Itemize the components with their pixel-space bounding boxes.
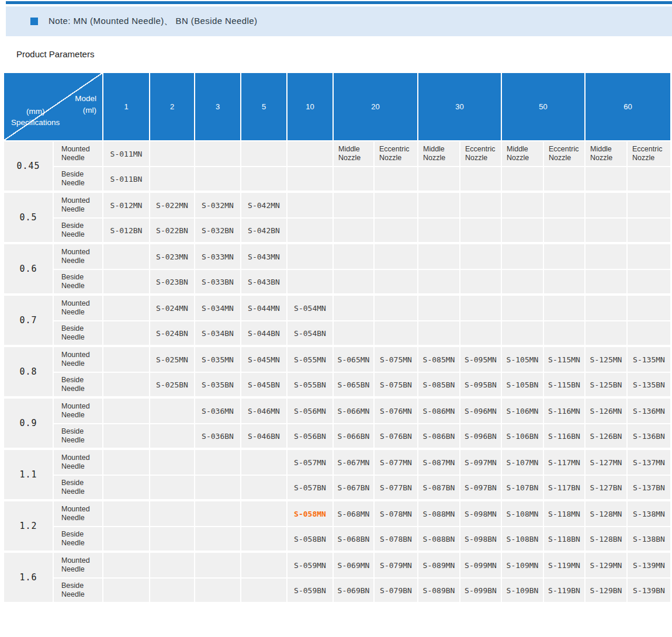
empty-cell <box>195 553 241 579</box>
empty-cell <box>195 527 241 553</box>
empty-cell <box>334 270 375 296</box>
model-code-cell: S-105MN <box>502 347 544 373</box>
empty-cell <box>628 219 670 244</box>
model-code-cell: S-034BN <box>195 321 241 347</box>
model-code-cell: S-137MN <box>628 450 670 476</box>
empty-cell <box>195 450 241 476</box>
empty-cell <box>502 167 544 193</box>
model-code-cell: S-079MN <box>375 553 418 579</box>
empty-cell <box>460 167 502 193</box>
empty-cell <box>150 450 195 476</box>
table-row: Beside NeedleS-012BNS-022BNS-032BNS-042B… <box>4 219 670 244</box>
model-code-cell: S-036MN <box>195 399 241 424</box>
model-code-cell: S-096MN <box>460 399 502 424</box>
model-code-cell: S-097BN <box>460 476 502 501</box>
spec-value-cell: 1.1 <box>4 450 54 501</box>
empty-cell <box>586 167 628 193</box>
model-code-cell: S-024MN <box>150 296 195 321</box>
model-code-cell: S-126BN <box>586 424 628 450</box>
empty-cell <box>375 219 418 244</box>
empty-cell <box>334 296 375 321</box>
empty-cell <box>103 501 150 527</box>
model-code-cell: S-069MN <box>334 553 375 579</box>
model-code-cell: S-078MN <box>375 501 418 527</box>
model-code-cell: S-105BN <box>502 373 544 399</box>
model-code-cell: S-012MN <box>103 193 150 219</box>
empty-cell <box>586 244 628 270</box>
model-axis-label: Model(ml) <box>75 93 96 116</box>
spec-value-cell: 0.6 <box>4 244 54 296</box>
empty-cell <box>287 193 334 219</box>
empty-cell <box>460 244 502 270</box>
model-code-cell: S-089BN <box>418 579 460 604</box>
model-code-cell: S-106BN <box>502 424 544 450</box>
mounted-needle-label: Mounted Needle <box>54 347 103 373</box>
empty-cell <box>150 579 195 604</box>
empty-cell <box>103 527 150 553</box>
empty-cell <box>544 270 586 296</box>
mounted-needle-label: Mounted Needle <box>54 296 103 321</box>
model-code-cell: S-107MN <box>502 450 544 476</box>
table-row: 0.45Mounted NeedleS-011MNMiddle NozzleEc… <box>4 141 670 167</box>
table-row: Beside NeedleS-024BNS-034BNS-044BNS-054B… <box>4 321 670 347</box>
volume-header-1ml: 1 <box>103 73 150 141</box>
table-row: 0.8Mounted NeedleS-025MNS-035MNS-045MNS-… <box>4 347 670 373</box>
nozzle-type-cell: Middle Nozzle <box>334 141 375 167</box>
model-code-cell: S-065MN <box>334 347 375 373</box>
spec-value-cell: 0.45 <box>4 141 54 193</box>
model-code-cell: S-023BN <box>150 270 195 296</box>
model-code-cell: S-076BN <box>375 424 418 450</box>
model-code-cell: S-097MN <box>460 450 502 476</box>
empty-cell <box>375 296 418 321</box>
model-code-cell: S-137BN <box>628 476 670 501</box>
model-code-cell: S-119MN <box>544 553 586 579</box>
empty-cell <box>150 476 195 501</box>
model-code-cell: S-095MN <box>460 347 502 373</box>
mounted-needle-label: Mounted Needle <box>54 399 103 424</box>
beside-needle-label: Beside Needle <box>54 321 103 347</box>
volume-header-2ml: 2 <box>150 73 195 141</box>
model-code-cell: S-035BN <box>195 373 241 399</box>
table-row: Beside NeedleS-058BNS-068BNS-078BNS-088B… <box>4 527 670 553</box>
model-code-cell: S-098MN <box>460 501 502 527</box>
volume-header-10ml: 10 <box>287 73 334 141</box>
empty-cell <box>375 193 418 219</box>
table-row: Beside NeedleS-036BNS-046BNS-056BNS-066B… <box>4 424 670 450</box>
specifications-axis-label: (mm)Specifications <box>11 106 60 129</box>
empty-cell <box>334 219 375 244</box>
volume-header-5ml: 5 <box>241 73 287 141</box>
spec-value-cell: 0.5 <box>4 193 54 244</box>
empty-cell <box>103 373 150 399</box>
table-row: 0.7Mounted NeedleS-024MNS-034MNS-044MNS-… <box>4 296 670 321</box>
empty-cell <box>150 553 195 579</box>
empty-cell <box>460 219 502 244</box>
volume-header-30ml: 30 <box>418 73 502 141</box>
spec-value-cell: 1.6 <box>4 553 54 604</box>
empty-cell <box>418 219 460 244</box>
empty-cell <box>544 219 586 244</box>
model-code-cell: S-088BN <box>418 527 460 553</box>
model-code-cell: S-033MN <box>195 244 241 270</box>
empty-cell <box>586 193 628 219</box>
table-row: 0.9Mounted NeedleS-036MNS-046MNS-056MNS-… <box>4 399 670 424</box>
model-code-cell: S-087BN <box>418 476 460 501</box>
model-code-cell: S-075MN <box>375 347 418 373</box>
table-row: Beside NeedleS-025BNS-035BNS-045BNS-055B… <box>4 373 670 399</box>
empty-cell <box>375 167 418 193</box>
nozzle-type-cell: Eccentric Nozzle <box>628 141 670 167</box>
mounted-needle-label: Mounted Needle <box>54 501 103 527</box>
model-code-cell: S-033BN <box>195 270 241 296</box>
model-code-cell: S-032MN <box>195 193 241 219</box>
model-code-cell: S-043BN <box>241 270 287 296</box>
beside-needle-label: Beside Needle <box>54 476 103 501</box>
beside-needle-label: Beside Needle <box>54 219 103 244</box>
model-code-cell: S-099MN <box>460 553 502 579</box>
model-code-cell: S-127MN <box>586 450 628 476</box>
beside-needle-label: Beside Needle <box>54 270 103 296</box>
empty-cell <box>103 476 150 501</box>
empty-cell <box>334 244 375 270</box>
mounted-needle-label: Mounted Needle <box>54 553 103 579</box>
table-row: 1.6Mounted NeedleS-059MNS-069MNS-079MNS-… <box>4 553 670 579</box>
model-code-cell: S-069BN <box>334 579 375 604</box>
model-code-cell: S-088MN <box>418 501 460 527</box>
